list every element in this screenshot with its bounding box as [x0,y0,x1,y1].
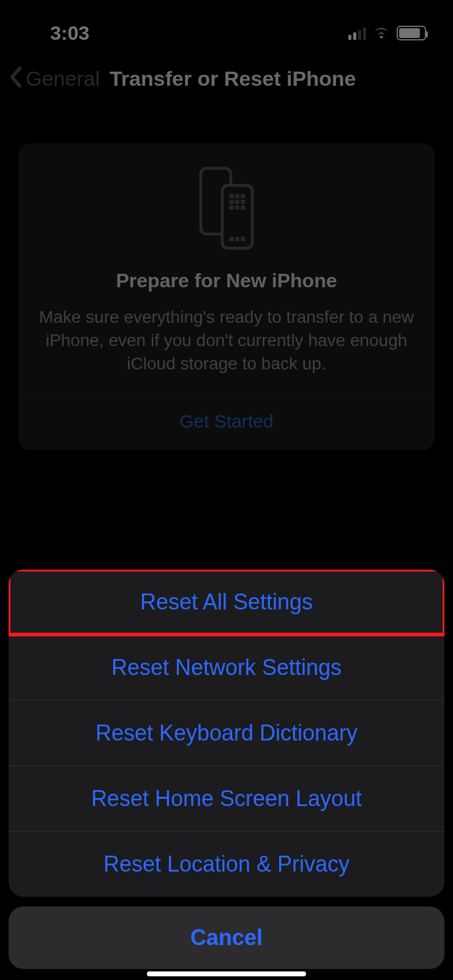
svg-rect-9 [235,205,239,209]
reset-action-sheet: Reset All Settings Reset Network Setting… [9,570,444,969]
svg-rect-10 [241,205,245,209]
reset-all-settings-option[interactable]: Reset All Settings [9,570,444,635]
svg-rect-6 [235,200,239,204]
svg-rect-3 [235,194,239,198]
transfer-phones-icon [31,165,422,251]
svg-rect-7 [241,200,245,204]
svg-rect-13 [241,237,245,241]
get-started-button[interactable]: Get Started [31,394,422,450]
back-chevron-icon[interactable] [9,66,22,91]
svg-rect-11 [230,237,234,241]
reset-keyboard-dictionary-option[interactable]: Reset Keyboard Dictionary [9,700,444,766]
page-title: Transfer or Reset iPhone [110,67,356,91]
nav-header: General Transfer or Reset iPhone [0,49,453,97]
svg-rect-2 [230,194,234,198]
status-icons [348,25,426,41]
reset-home-screen-layout-option[interactable]: Reset Home Screen Layout [9,766,444,831]
reset-network-settings-option[interactable]: Reset Network Settings [9,635,444,700]
prepare-card-body: Make sure everything's ready to transfer… [31,306,422,393]
svg-rect-8 [230,205,234,209]
svg-rect-5 [230,200,234,204]
wifi-icon [372,25,391,41]
battery-icon [397,26,426,40]
cancel-button[interactable]: Cancel [9,907,444,969]
reset-options-group: Reset All Settings Reset Network Setting… [9,570,444,897]
reset-location-privacy-option[interactable]: Reset Location & Privacy [9,831,444,897]
cellular-signal-icon [348,26,366,40]
status-time: 3:03 [50,22,89,45]
status-bar: 3:03 [0,0,453,49]
back-button-label[interactable]: General [26,67,100,91]
home-indicator[interactable] [147,971,306,976]
prepare-card: Prepare for New iPhone Make sure everyth… [18,143,435,450]
svg-rect-12 [235,237,239,241]
svg-rect-4 [241,194,245,198]
prepare-card-title: Prepare for New iPhone [31,270,422,292]
